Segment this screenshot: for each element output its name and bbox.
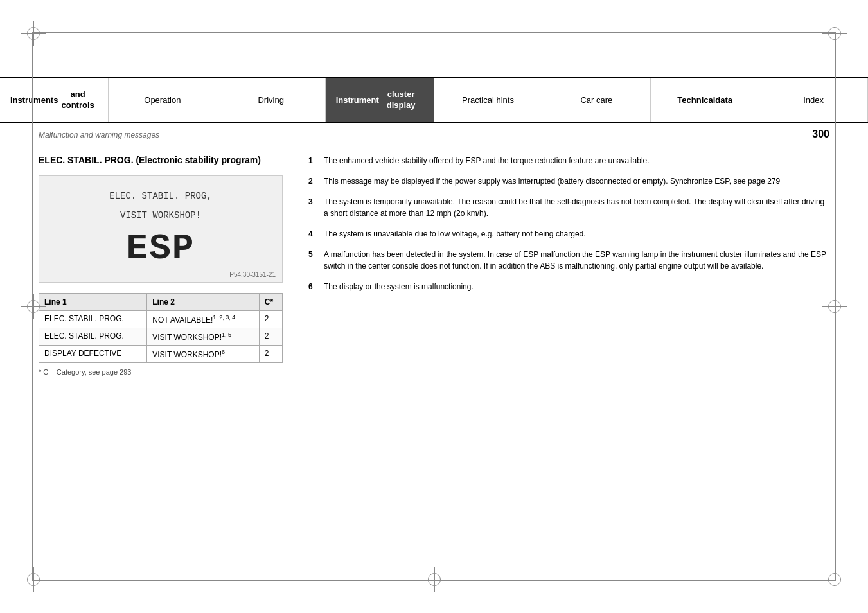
numbered-item: 5A malfunction has been detected in the … — [308, 249, 829, 272]
numbered-item: 6The display or the system is malfunctio… — [308, 281, 829, 292]
crosshair-top-left — [21, 21, 46, 46]
nav-item-practical-hints[interactable]: Practical hints — [434, 78, 543, 122]
nav-item-technical-data[interactable]: Technicaldata — [651, 78, 759, 122]
table-header: Line 2 — [147, 293, 260, 310]
table-cell-category: 2 — [259, 328, 282, 345]
content-area: Malfunction and warning messages 300 ELE… — [0, 129, 868, 376]
table-row: ELEC. STABIL. PROG.VISIT WORKSHOP!1, 52 — [39, 328, 283, 345]
display-line1: ELEC. STABIL. PROG, — [52, 189, 269, 203]
table-header: C* — [259, 293, 282, 310]
crosshair-top-right — [822, 21, 847, 46]
table-row: ELEC. STABIL. PROG.NOT AVAILABLE!1, 2, 3… — [39, 310, 283, 328]
right-column: 1The enhanced vehicle stability offered … — [308, 155, 829, 376]
nav-item-driving[interactable]: Driving — [217, 78, 326, 122]
item-text: The display or the system is malfunction… — [324, 281, 829, 292]
numbered-item: 2This message may be displayed if the po… — [308, 175, 829, 187]
table-cell-line2: NOT AVAILABLE!1, 2, 3, 4 — [147, 310, 260, 328]
item-text: This message may be displayed if the pow… — [324, 175, 829, 187]
page-header: Malfunction and warning messages 300 — [39, 129, 829, 143]
table-cell-line1: ELEC. STABIL. PROG. — [39, 310, 147, 328]
crosshair-mid-left — [21, 294, 46, 319]
item-number: 2 — [308, 175, 317, 187]
nav-bar: Instrumentsand controlsOperationDrivingI… — [0, 77, 868, 123]
item-text: The enhanced vehicle stability offered b… — [324, 155, 829, 166]
data-table: Line 1Line 2C*ELEC. STABIL. PROG.NOT AVA… — [39, 293, 283, 363]
table-header: Line 1 — [39, 293, 147, 310]
item-number: 6 — [308, 281, 317, 292]
item-text: The system is unavailable due to low vol… — [324, 228, 829, 240]
crosshair-bottom-right — [822, 567, 847, 592]
table-cell-line1: ELEC. STABIL. PROG. — [39, 328, 147, 345]
crosshair-bottom-left — [21, 567, 46, 592]
nav-item-instrument-cluster[interactable]: Instrumentcluster display — [326, 78, 434, 122]
table-cell-line2: VISIT WORKSHOP!1, 5 — [147, 328, 260, 345]
item-text: A malfunction has been detected in the s… — [324, 249, 829, 272]
nav-item-index[interactable]: Index — [759, 78, 868, 122]
image-ref: P54.30-3151-21 — [229, 271, 276, 278]
display-box: ELEC. STABIL. PROG, VISIT WORKSHOP! ESP … — [39, 175, 283, 283]
item-number: 3 — [308, 196, 317, 219]
item-number: 1 — [308, 155, 317, 166]
nav-item-operation[interactable]: Operation — [109, 78, 217, 122]
crosshair-mid-right — [822, 294, 847, 319]
table-cell-category: 2 — [259, 345, 282, 362]
item-text: The system is temporarily unavailable. T… — [324, 196, 829, 219]
item-number: 5 — [308, 249, 317, 272]
numbered-item: 3The system is temporarily unavailable. … — [308, 196, 829, 219]
main-content: ELEC. STABIL. PROG. (Electronic stabilit… — [39, 155, 829, 376]
table-cell-category: 2 — [259, 310, 282, 328]
item-number: 4 — [308, 228, 317, 240]
table-row: DISPLAY DEFECTIVEVISIT WORKSHOP!62 — [39, 345, 283, 362]
page-number: 300 — [812, 129, 829, 140]
footnote: * C = Category, see page 293 — [39, 368, 283, 376]
table-cell-line2: VISIT WORKSHOP!6 — [147, 345, 260, 362]
section-title: Malfunction and warning messages — [39, 130, 159, 139]
numbered-item: 4The system is unavailable due to low vo… — [308, 228, 829, 240]
crosshair-mid-bottom — [421, 567, 447, 592]
nav-item-instruments[interactable]: Instrumentsand controls — [0, 78, 109, 122]
left-column: ELEC. STABIL. PROG. (Electronic stabilit… — [39, 155, 283, 376]
border-top — [32, 32, 836, 33]
display-esp: ESP — [52, 228, 269, 269]
section-heading: ELEC. STABIL. PROG. (Electronic stabilit… — [39, 155, 283, 165]
numbered-item: 1The enhanced vehicle stability offered … — [308, 155, 829, 166]
table-cell-line1: DISPLAY DEFECTIVE — [39, 345, 147, 362]
nav-item-car-care[interactable]: Car care — [542, 78, 651, 122]
display-line2: VISIT WORKSHOP! — [52, 208, 269, 222]
